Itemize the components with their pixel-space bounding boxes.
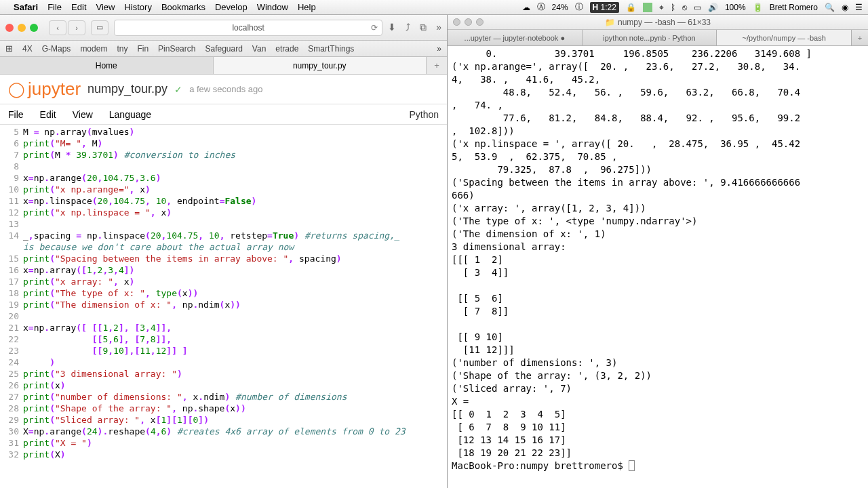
fav-gmaps[interactable]: G-Maps <box>42 44 71 54</box>
cloud-icon[interactable]: ☁ <box>522 3 530 12</box>
url-text: localhost <box>232 23 264 33</box>
favorites-grid-icon[interactable]: ⊞ <box>5 43 13 54</box>
term-tab-jupyter[interactable]: ...upyter — jupyter-notebook ● <box>448 30 583 45</box>
favorites-overflow-icon[interactable]: » <box>437 44 441 54</box>
safari-toolbar: ‹ › ▭ localhost ⟳ ⬇ ⤴ ⧉ » <box>0 15 447 41</box>
menu-develop[interactable]: Develop <box>215 2 248 12</box>
tab-numpy-tour[interactable]: numpy_tour.py <box>214 57 427 74</box>
app-name[interactable]: Safari <box>14 2 38 12</box>
fav-pinsearch[interactable]: PinSearch <box>158 44 195 54</box>
zoom-level: 24% <box>552 3 568 12</box>
overflow-icon[interactable]: » <box>436 22 441 33</box>
menu-window[interactable]: Window <box>257 2 288 12</box>
terminal-output[interactable]: 0. 39.3701 196.8505 236.2206 3149.608 ] … <box>448 46 868 488</box>
term-minimize-button[interactable] <box>465 18 472 26</box>
activity-icon[interactable] <box>643 3 652 12</box>
lock-icon[interactable]: 🔒 <box>626 3 636 12</box>
minimize-button[interactable] <box>18 24 26 32</box>
jup-menu-view[interactable]: View <box>73 109 93 120</box>
terminal-tabs: ...upyter — jupyter-notebook ● ipython n… <box>448 30 868 46</box>
fav-smartthings[interactable]: SmartThings <box>308 44 354 54</box>
back-button[interactable]: ‹ <box>49 20 66 35</box>
close-button[interactable] <box>5 24 14 32</box>
jupyter-header: ◯jupyter numpy_tour.py ✓ a few seconds a… <box>0 75 447 104</box>
address-bar[interactable]: localhost ⟳ <box>114 20 382 36</box>
terminal-window: 📁 numpy — -bash — 61×33 ...upyter — jupy… <box>448 15 868 488</box>
terminal-window-controls <box>453 18 484 26</box>
term-new-tab-button[interactable]: + <box>852 30 868 45</box>
jupyter-menu: File Edit View Language Python <box>0 104 447 125</box>
maximize-button[interactable] <box>30 24 38 32</box>
clock-widget[interactable]: H 1:22 <box>590 2 619 13</box>
notification-icon[interactable]: ☰ <box>855 3 863 12</box>
menu-edit[interactable]: Edit <box>71 2 86 12</box>
menu-file[interactable]: File <box>47 2 62 12</box>
macos-menubar: Safari File Edit View History Bookmarks … <box>0 0 868 15</box>
fav-tny[interactable]: tny <box>117 44 127 54</box>
fav-4x[interactable]: 4X <box>22 44 33 54</box>
new-tab-button[interactable]: + <box>427 57 447 74</box>
siri-icon[interactable]: ◉ <box>842 3 848 12</box>
code-editor[interactable]: 5M = np.array(mvalues)6print("M= ", M)7p… <box>0 125 447 488</box>
info-icon[interactable]: ⓘ <box>575 1 583 13</box>
wifi-icon[interactable]: ⎋ <box>682 3 687 12</box>
jup-menu-file[interactable]: File <box>8 109 24 120</box>
terminal-title: numpy — -bash — 61×33 <box>618 18 711 27</box>
sidebar-button[interactable]: ▭ <box>91 20 108 35</box>
menu-view[interactable]: View <box>96 2 115 12</box>
folder-icon: 📁 <box>605 18 615 27</box>
favorites-bar: ⊞ 4X G-Maps modem tny Fin PinSearch Safe… <box>0 41 447 57</box>
browser-tabs: Home numpy_tour.py + <box>0 57 447 75</box>
fav-van[interactable]: Van <box>252 44 266 54</box>
saved-label: a few seconds ago <box>189 84 262 94</box>
download-icon[interactable]: ⬇ <box>388 22 396 33</box>
spotlight-icon[interactable]: 🔍 <box>825 3 835 12</box>
volume-icon[interactable]: 🔊 <box>708 3 718 12</box>
terminal-titlebar: 📁 numpy — -bash — 61×33 <box>448 15 868 30</box>
tab-home[interactable]: Home <box>0 57 214 74</box>
term-close-button[interactable] <box>453 18 460 26</box>
fav-safeguard[interactable]: Safeguard <box>205 44 242 54</box>
jupyter-logo[interactable]: ◯jupyter <box>8 79 81 100</box>
saved-check-icon: ✓ <box>174 84 182 95</box>
fav-modem[interactable]: modem <box>80 44 107 54</box>
battery-icon[interactable]: 🔋 <box>753 3 763 12</box>
tabs-icon[interactable]: ⧉ <box>420 22 427 33</box>
fav-etrade[interactable]: etrade <box>275 44 298 54</box>
location-icon[interactable]: ⌖ <box>659 3 664 12</box>
aa-icon[interactable]: Ⓐ <box>537 1 545 13</box>
jup-menu-edit[interactable]: Edit <box>40 109 56 120</box>
reload-icon[interactable]: ⟳ <box>371 23 378 33</box>
kernel-label[interactable]: Python <box>409 109 439 120</box>
notebook-filename[interactable]: numpy_tour.py <box>87 82 167 96</box>
menu-history[interactable]: History <box>124 2 151 12</box>
forward-button[interactable]: › <box>68 20 85 35</box>
term-maximize-button[interactable] <box>476 18 484 26</box>
display-icon[interactable]: ▭ <box>694 3 701 12</box>
bluetooth-icon[interactable]: ᛒ <box>671 3 675 12</box>
fav-fin[interactable]: Fin <box>137 44 149 54</box>
window-controls <box>5 24 38 32</box>
user-name[interactable]: Brett Romero <box>770 3 818 12</box>
jup-menu-language[interactable]: Language <box>109 109 151 120</box>
menu-bookmarks[interactable]: Bookmarks <box>161 2 205 12</box>
term-tab-ipython[interactable]: ipython note...pynb · Python <box>583 30 717 45</box>
term-tab-bash[interactable]: ~/python/numpy — -bash <box>717 30 852 45</box>
battery-level: 100% <box>725 3 746 12</box>
menu-help[interactable]: Help <box>298 2 316 12</box>
share-icon[interactable]: ⤴ <box>406 22 410 33</box>
safari-window: ‹ › ▭ localhost ⟳ ⬇ ⤴ ⧉ » ⊞ 4X G-Maps mo… <box>0 15 448 488</box>
